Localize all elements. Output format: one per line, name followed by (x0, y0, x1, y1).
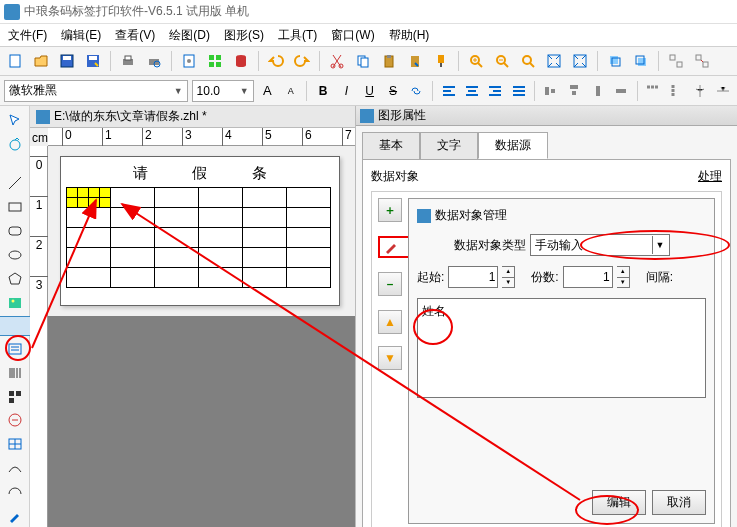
size-selector[interactable]: 10.0▼ (192, 80, 254, 102)
svg-point-10 (187, 59, 191, 63)
layer-btn2[interactable] (630, 50, 652, 72)
layer-btn1[interactable] (604, 50, 626, 72)
link-button[interactable] (407, 80, 426, 102)
remove-obj-button[interactable]: － (378, 272, 402, 296)
dist-h-button[interactable] (644, 80, 663, 102)
menu-edit[interactable]: 编辑(E) (57, 25, 105, 46)
preview-button[interactable] (143, 50, 165, 72)
bold-button[interactable]: B (313, 80, 332, 102)
zoom-sel-button[interactable] (569, 50, 591, 72)
text-area[interactable]: 姓名 (417, 298, 706, 398)
svg-rect-31 (638, 58, 646, 66)
tab-text[interactable]: 文字 (420, 132, 478, 159)
align-center-button[interactable] (462, 80, 481, 102)
align-left-button[interactable] (439, 80, 458, 102)
copies-spinner[interactable]: ▲▼ (617, 266, 630, 288)
svg-rect-38 (551, 89, 555, 93)
image-tool[interactable] (3, 292, 27, 314)
copy-button[interactable] (352, 50, 374, 72)
ellipse-tool[interactable] (3, 244, 27, 266)
type-select[interactable]: 手动输入▼ (530, 234, 670, 256)
pointer-tool[interactable] (3, 110, 27, 132)
menu-window[interactable]: 窗口(W) (327, 25, 378, 46)
paste-button[interactable] (378, 50, 400, 72)
dropdown-icon: ▼ (240, 86, 249, 96)
move-up-button[interactable]: ▲ (378, 310, 402, 334)
zoom-out-button[interactable] (491, 50, 513, 72)
menu-shape[interactable]: 图形(S) (220, 25, 268, 46)
fontsize-down-button[interactable]: A (281, 80, 300, 102)
strike-button[interactable]: S (383, 80, 402, 102)
dropdown-icon: ▼ (652, 236, 668, 254)
start-input[interactable]: 1 (448, 266, 498, 288)
print-button[interactable] (117, 50, 139, 72)
process-link[interactable]: 处理 (698, 168, 722, 185)
qrcode-tool[interactable] (3, 386, 27, 408)
menu-view[interactable]: 查看(V) (111, 25, 159, 46)
edit-button[interactable]: 编辑 (592, 490, 646, 515)
eyedropper-tool[interactable] (3, 505, 27, 527)
underline-button[interactable]: U (360, 80, 379, 102)
polygon-tool[interactable] (3, 268, 27, 290)
open-button[interactable] (30, 50, 52, 72)
zoom-100-button[interactable] (543, 50, 565, 72)
menu-draw[interactable]: 绘图(D) (165, 25, 214, 46)
rect-tool[interactable] (3, 196, 27, 218)
ungroup-button[interactable] (691, 50, 713, 72)
obj-align1[interactable] (541, 80, 560, 102)
table-tool[interactable] (3, 433, 27, 455)
barcode-tool[interactable] (3, 362, 27, 384)
obj-align3[interactable] (588, 80, 607, 102)
save-button[interactable] (56, 50, 78, 72)
copies-input[interactable]: 1 (563, 266, 613, 288)
roundrect-tool[interactable] (3, 220, 27, 242)
obj-align4[interactable] (611, 80, 630, 102)
tab-basic[interactable]: 基本 (362, 132, 420, 159)
svg-rect-0 (10, 55, 20, 67)
redo-button[interactable] (291, 50, 313, 72)
cancel-button[interactable]: 取消 (652, 490, 706, 515)
svg-rect-29 (610, 56, 618, 64)
svg-point-16 (331, 64, 335, 68)
richtext-tool[interactable] (3, 338, 27, 360)
grid-button[interactable] (204, 50, 226, 72)
start-label: 起始: (417, 269, 444, 286)
fontsize-up-button[interactable]: A (258, 80, 277, 102)
menu-tool[interactable]: 工具(T) (274, 25, 321, 46)
label-page[interactable]: 请 假 条 (60, 156, 340, 306)
new-button[interactable] (4, 50, 26, 72)
selected-cell[interactable] (66, 187, 111, 208)
saveas-button[interactable] (82, 50, 104, 72)
align-right-button[interactable] (486, 80, 505, 102)
line-tool[interactable] (3, 172, 27, 194)
paste-format-button[interactable] (404, 50, 426, 72)
svg-point-26 (523, 56, 531, 64)
font-selector[interactable]: 微软雅黑▼ (4, 80, 188, 102)
center-v-button[interactable] (714, 80, 733, 102)
undo-button[interactable] (265, 50, 287, 72)
move-down-button[interactable]: ▼ (378, 346, 402, 370)
group-button[interactable] (665, 50, 687, 72)
align-justify-button[interactable] (509, 80, 528, 102)
format-painter-button[interactable] (430, 50, 452, 72)
rotate-tool[interactable] (3, 134, 27, 156)
curve-tool[interactable] (3, 457, 27, 479)
cut-button[interactable] (326, 50, 348, 72)
add-obj-button[interactable]: ＋ (378, 198, 402, 222)
zoom-in-button[interactable] (465, 50, 487, 72)
center-h-button[interactable] (690, 80, 709, 102)
font-size: 10.0 (197, 84, 220, 98)
menu-help[interactable]: 帮助(H) (385, 25, 434, 46)
start-spinner[interactable]: ▲▼ (502, 266, 515, 288)
obj-buttons: ＋ － ▲ ▼ (378, 198, 402, 524)
tab-datasource[interactable]: 数据源 (478, 132, 548, 159)
arc-tool[interactable] (3, 481, 27, 503)
obj-align2[interactable] (565, 80, 584, 102)
menu-file[interactable]: 文件(F) (4, 25, 51, 46)
special-tool[interactable] (3, 410, 27, 432)
db-button[interactable] (230, 50, 252, 72)
dist-v-button[interactable] (667, 80, 686, 102)
italic-button[interactable]: I (337, 80, 356, 102)
zoom-fit-button[interactable] (517, 50, 539, 72)
page-setup-button[interactable] (178, 50, 200, 72)
